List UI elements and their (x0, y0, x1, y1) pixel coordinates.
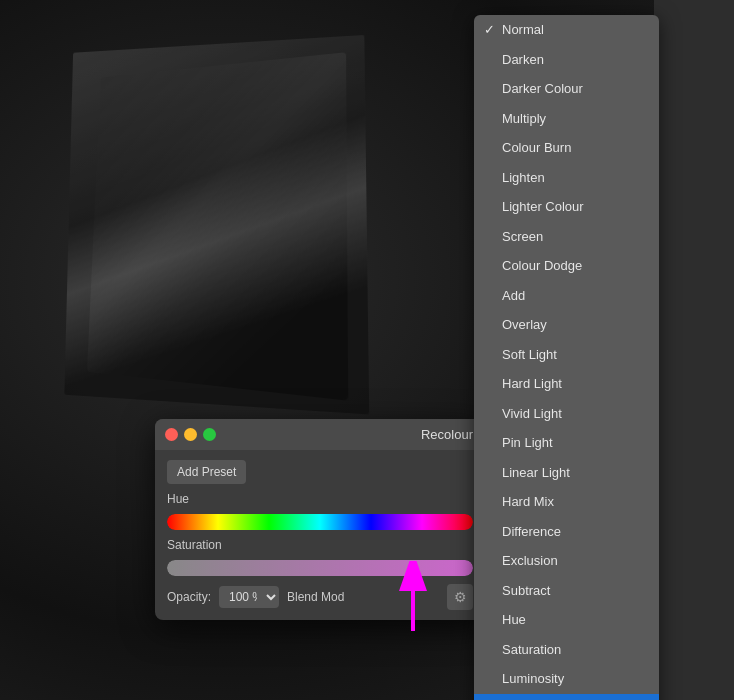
recolour-panel: Recolour Add Preset Hue Saturation Opaci… (155, 419, 485, 620)
dropdown-item-screen[interactable]: Screen (474, 222, 659, 252)
panel-titlebar: Recolour (155, 419, 485, 450)
dropdown-item-darken[interactable]: Darken (474, 45, 659, 75)
hue-label: Hue (167, 492, 227, 506)
dropdown-item-luminosity[interactable]: Luminosity (474, 664, 659, 694)
dropdown-item-normal[interactable]: Normal (474, 15, 659, 45)
magenta-arrow (398, 561, 428, 645)
gear-icon: ⚙ (454, 589, 467, 605)
hue-slider[interactable] (167, 514, 473, 530)
dropdown-item-hard-mix[interactable]: Hard Mix (474, 487, 659, 517)
dropdown-item-soft-light[interactable]: Soft Light (474, 340, 659, 370)
panel-body: Add Preset Hue Saturation Opacity: 100 %… (155, 450, 485, 620)
dropdown-item-linear-light[interactable]: Linear Light (474, 458, 659, 488)
dropdown-item-saturation[interactable]: Saturation (474, 635, 659, 665)
saturation-label: Saturation (167, 538, 227, 552)
hue-row: Hue (167, 492, 473, 506)
blend-mode-label: Blend Mod (287, 590, 344, 604)
dropdown-item-hard-light[interactable]: Hard Light (474, 369, 659, 399)
blend-mode-dropdown: NormalDarkenDarker ColourMultiplyColour … (474, 15, 659, 700)
dropdown-item-hue[interactable]: Hue (474, 605, 659, 635)
opacity-label: Opacity: (167, 590, 211, 604)
gear-button[interactable]: ⚙ (447, 584, 473, 610)
dropdown-item-colour-burn[interactable]: Colour Burn (474, 133, 659, 163)
add-preset-button[interactable]: Add Preset (167, 460, 246, 484)
dropdown-item-lighten[interactable]: Lighten (474, 163, 659, 193)
dropdown-item-subtract[interactable]: Subtract (474, 576, 659, 606)
dropdown-item-colour-dodge[interactable]: Colour Dodge (474, 251, 659, 281)
dropdown-item-overlay[interactable]: Overlay (474, 310, 659, 340)
preset-row: Add Preset (167, 460, 473, 484)
close-button[interactable] (165, 428, 178, 441)
traffic-lights (165, 428, 216, 441)
dropdown-item-vivid-light[interactable]: Vivid Light (474, 399, 659, 429)
dropdown-item-colour[interactable]: Colour (474, 694, 659, 701)
dropdown-item-darker-colour[interactable]: Darker Colour (474, 74, 659, 104)
panel-title: Recolour (421, 427, 473, 442)
dropdown-item-multiply[interactable]: Multiply (474, 104, 659, 134)
dropdown-item-add[interactable]: Add (474, 281, 659, 311)
dropdown-item-difference[interactable]: Difference (474, 517, 659, 547)
dropdown-item-lighter-colour[interactable]: Lighter Colour (474, 192, 659, 222)
hue-slider-row (167, 514, 473, 530)
maximize-button[interactable] (203, 428, 216, 441)
minimize-button[interactable] (184, 428, 197, 441)
opacity-select[interactable]: 100 % (219, 586, 279, 608)
dropdown-item-pin-light[interactable]: Pin Light (474, 428, 659, 458)
right-panel-bg (654, 0, 734, 700)
saturation-row: Saturation (167, 538, 473, 552)
dropdown-item-exclusion[interactable]: Exclusion (474, 546, 659, 576)
